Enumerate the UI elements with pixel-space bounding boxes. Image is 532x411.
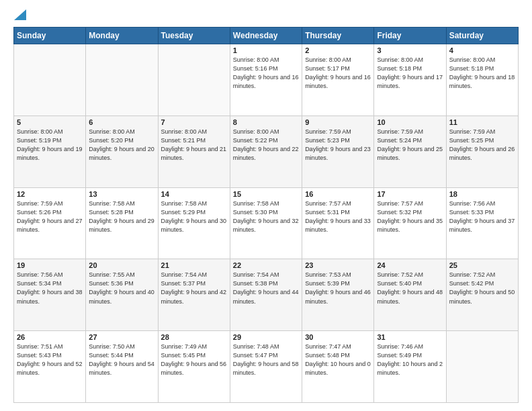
day-number: 29: [233, 333, 299, 341]
day-info: Sunrise: 8:00 AM Sunset: 5:18 PM Dayligh…: [449, 56, 515, 91]
svg-marker-0: [14, 9, 26, 20]
day-info: Sunrise: 7:48 AM Sunset: 5:47 PM Dayligh…: [233, 342, 299, 377]
day-number: 17: [377, 190, 443, 198]
calendar-week-row: 26Sunrise: 7:51 AM Sunset: 5:43 PM Dayli…: [14, 331, 519, 403]
weekday-header: Saturday: [446, 28, 518, 44]
day-number: 18: [449, 190, 515, 198]
calendar-cell: 19Sunrise: 7:56 AM Sunset: 5:34 PM Dayli…: [14, 259, 86, 331]
day-info: Sunrise: 7:54 AM Sunset: 5:38 PM Dayligh…: [233, 271, 299, 306]
calendar-cell: 9Sunrise: 7:59 AM Sunset: 5:23 PM Daylig…: [302, 116, 374, 187]
day-info: Sunrise: 7:58 AM Sunset: 5:29 PM Dayligh…: [161, 199, 227, 234]
day-number: 11: [449, 118, 515, 126]
day-number: 30: [305, 333, 371, 341]
day-number: 4: [449, 46, 515, 54]
day-number: 14: [161, 190, 227, 198]
calendar-cell: 10Sunrise: 7:59 AM Sunset: 5:24 PM Dayli…: [374, 116, 446, 187]
day-number: 3: [377, 46, 443, 54]
calendar-cell: 1Sunrise: 8:00 AM Sunset: 5:16 PM Daylig…: [230, 44, 302, 116]
weekday-header: Sunday: [14, 28, 86, 44]
day-info: Sunrise: 8:00 AM Sunset: 5:18 PM Dayligh…: [377, 56, 443, 91]
calendar-cell: 5Sunrise: 8:00 AM Sunset: 5:19 PM Daylig…: [14, 116, 86, 187]
calendar-cell: 15Sunrise: 7:58 AM Sunset: 5:30 PM Dayli…: [230, 187, 302, 259]
day-info: Sunrise: 8:00 AM Sunset: 5:22 PM Dayligh…: [233, 128, 299, 163]
day-number: 23: [305, 261, 371, 269]
day-number: 13: [89, 190, 154, 198]
weekday-row: SundayMondayTuesdayWednesdayThursdayFrid…: [14, 28, 519, 44]
page: SundayMondayTuesdayWednesdayThursdayFrid…: [0, 0, 532, 411]
day-info: Sunrise: 7:57 AM Sunset: 5:31 PM Dayligh…: [305, 199, 371, 234]
calendar-cell: 29Sunrise: 7:48 AM Sunset: 5:47 PM Dayli…: [230, 331, 302, 403]
day-info: Sunrise: 7:52 AM Sunset: 5:40 PM Dayligh…: [377, 271, 443, 306]
day-number: 5: [17, 118, 83, 126]
day-number: 2: [305, 46, 371, 54]
calendar-cell: 20Sunrise: 7:55 AM Sunset: 5:36 PM Dayli…: [86, 259, 158, 331]
day-info: Sunrise: 7:46 AM Sunset: 5:49 PM Dayligh…: [377, 342, 443, 377]
day-info: Sunrise: 8:00 AM Sunset: 5:20 PM Dayligh…: [89, 128, 154, 163]
day-number: 21: [161, 261, 227, 269]
day-info: Sunrise: 7:58 AM Sunset: 5:30 PM Dayligh…: [233, 199, 299, 234]
day-info: Sunrise: 7:47 AM Sunset: 5:48 PM Dayligh…: [305, 342, 371, 377]
day-number: 19: [17, 261, 83, 269]
day-info: Sunrise: 7:56 AM Sunset: 5:33 PM Dayligh…: [449, 199, 515, 234]
calendar-cell: 8Sunrise: 8:00 AM Sunset: 5:22 PM Daylig…: [230, 116, 302, 187]
day-number: 28: [161, 333, 227, 341]
day-number: 22: [233, 261, 299, 269]
day-info: Sunrise: 7:59 AM Sunset: 5:24 PM Dayligh…: [377, 128, 443, 163]
day-info: Sunrise: 7:55 AM Sunset: 5:36 PM Dayligh…: [89, 271, 154, 306]
day-number: 15: [233, 190, 299, 198]
weekday-header: Friday: [374, 28, 446, 44]
day-info: Sunrise: 7:52 AM Sunset: 5:42 PM Dayligh…: [449, 271, 515, 306]
day-info: Sunrise: 7:53 AM Sunset: 5:39 PM Dayligh…: [305, 271, 371, 306]
calendar-cell: 3Sunrise: 8:00 AM Sunset: 5:18 PM Daylig…: [374, 44, 446, 116]
day-info: Sunrise: 7:57 AM Sunset: 5:32 PM Dayligh…: [377, 199, 443, 234]
day-info: Sunrise: 7:59 AM Sunset: 5:25 PM Dayligh…: [449, 128, 515, 163]
day-info: Sunrise: 8:00 AM Sunset: 5:16 PM Dayligh…: [233, 56, 299, 91]
day-number: 27: [89, 333, 154, 341]
day-info: Sunrise: 7:51 AM Sunset: 5:43 PM Dayligh…: [17, 342, 83, 377]
calendar-table: SundayMondayTuesdayWednesdayThursdayFrid…: [13, 27, 519, 403]
calendar-cell: 17Sunrise: 7:57 AM Sunset: 5:32 PM Dayli…: [374, 187, 446, 259]
calendar-cell: 27Sunrise: 7:50 AM Sunset: 5:44 PM Dayli…: [86, 331, 158, 403]
calendar-cell: [446, 331, 518, 403]
day-info: Sunrise: 7:49 AM Sunset: 5:45 PM Dayligh…: [161, 342, 227, 377]
day-number: 16: [305, 190, 371, 198]
weekday-header: Wednesday: [230, 28, 302, 44]
calendar-cell: 23Sunrise: 7:53 AM Sunset: 5:39 PM Dayli…: [302, 259, 374, 331]
calendar-cell: [86, 44, 158, 116]
calendar-cell: 7Sunrise: 8:00 AM Sunset: 5:21 PM Daylig…: [158, 116, 230, 187]
calendar-cell: 30Sunrise: 7:47 AM Sunset: 5:48 PM Dayli…: [302, 331, 374, 403]
day-info: Sunrise: 8:00 AM Sunset: 5:19 PM Dayligh…: [17, 128, 83, 163]
calendar-cell: 14Sunrise: 7:58 AM Sunset: 5:29 PM Dayli…: [158, 187, 230, 259]
day-number: 24: [377, 261, 443, 269]
day-info: Sunrise: 7:59 AM Sunset: 5:23 PM Dayligh…: [305, 128, 371, 163]
calendar-week-row: 12Sunrise: 7:59 AM Sunset: 5:26 PM Dayli…: [14, 187, 519, 259]
day-number: 25: [449, 261, 515, 269]
calendar-cell: 28Sunrise: 7:49 AM Sunset: 5:45 PM Dayli…: [158, 331, 230, 403]
day-number: 8: [233, 118, 299, 126]
calendar-week-row: 5Sunrise: 8:00 AM Sunset: 5:19 PM Daylig…: [14, 116, 519, 187]
day-info: Sunrise: 7:58 AM Sunset: 5:28 PM Dayligh…: [89, 199, 154, 234]
calendar-cell: 31Sunrise: 7:46 AM Sunset: 5:49 PM Dayli…: [374, 331, 446, 403]
day-info: Sunrise: 8:00 AM Sunset: 5:17 PM Dayligh…: [305, 56, 371, 91]
day-info: Sunrise: 7:54 AM Sunset: 5:37 PM Dayligh…: [161, 271, 227, 306]
day-number: 9: [305, 118, 371, 126]
calendar-week-row: 19Sunrise: 7:56 AM Sunset: 5:34 PM Dayli…: [14, 259, 519, 331]
calendar-cell: 24Sunrise: 7:52 AM Sunset: 5:40 PM Dayli…: [374, 259, 446, 331]
day-info: Sunrise: 7:59 AM Sunset: 5:26 PM Dayligh…: [17, 199, 83, 234]
header: [13, 12, 519, 20]
day-number: 7: [161, 118, 227, 126]
calendar-body: 1Sunrise: 8:00 AM Sunset: 5:16 PM Daylig…: [14, 44, 519, 403]
calendar-cell: 21Sunrise: 7:54 AM Sunset: 5:37 PM Dayli…: [158, 259, 230, 331]
calendar-cell: 13Sunrise: 7:58 AM Sunset: 5:28 PM Dayli…: [86, 187, 158, 259]
weekday-header: Tuesday: [158, 28, 230, 44]
weekday-header: Thursday: [302, 28, 374, 44]
calendar-cell: 11Sunrise: 7:59 AM Sunset: 5:25 PM Dayli…: [446, 116, 518, 187]
weekday-header: Monday: [86, 28, 158, 44]
calendar-cell: 6Sunrise: 8:00 AM Sunset: 5:20 PM Daylig…: [86, 116, 158, 187]
day-number: 6: [89, 118, 154, 126]
calendar-cell: 22Sunrise: 7:54 AM Sunset: 5:38 PM Dayli…: [230, 259, 302, 331]
calendar-cell: [14, 44, 86, 116]
calendar-cell: 4Sunrise: 8:00 AM Sunset: 5:18 PM Daylig…: [446, 44, 518, 116]
logo-icon: [14, 9, 26, 20]
calendar-cell: 16Sunrise: 7:57 AM Sunset: 5:31 PM Dayli…: [302, 187, 374, 259]
